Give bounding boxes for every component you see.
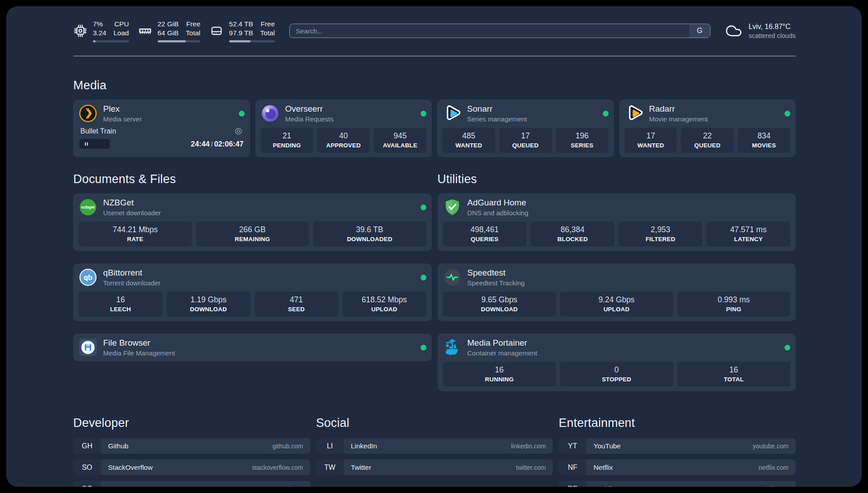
service-description: Series management	[467, 115, 527, 123]
stat-block-queued: 17QUEUED	[499, 128, 552, 153]
service-stats: 744.21 MbpsRATE266 GBREMAINING39.6 TBDOW…	[79, 221, 426, 246]
weather-widget: Lviv, 16.87°C scattered clouds	[725, 22, 796, 40]
search-provider-button[interactable]: G	[689, 25, 710, 38]
media-cards: PlexMedia serverBullet Train24:44/02:06:…	[73, 100, 796, 157]
stat-label: PENDING	[263, 142, 312, 149]
bookmark-linkedin[interactable]: LILinkedInlinkedin.com	[316, 438, 553, 454]
bookmark-main: Redditreddit.com	[586, 481, 796, 487]
service-card-media-portainer[interactable]: Media PortainerContainer management16RUN…	[438, 334, 796, 391]
service-card-head: SpeedtestSpeedtest Tracking	[443, 268, 791, 287]
bookmark-main: Netflixnetflix.com	[586, 460, 796, 475]
stat-label: DOWNLOAD	[445, 306, 555, 313]
stat-label: PING	[679, 306, 789, 313]
bookmark-abbr: LI	[316, 438, 344, 454]
service-card-file-browser[interactable]: File BrowserMedia File Management	[73, 334, 432, 361]
stat-label: STOPPED	[562, 376, 672, 383]
stat-label: RATE	[80, 236, 190, 242]
service-titles: Media PortainerContainer management	[467, 338, 538, 357]
service-description: Movie management	[649, 115, 708, 123]
service-stats: 498,461QUERIES86,384BLOCKED2,953FILTERED…	[443, 221, 791, 246]
stat-label: UPLOAD	[344, 306, 425, 313]
documents-cards: nzbgetNZBGetUsenet downloader744.21 Mbps…	[73, 193, 432, 361]
resource-value: 64 GiB	[158, 29, 179, 38]
stat-block-queries: 498,461QUERIES	[443, 221, 527, 246]
bookmark-github[interactable]: GHGithubgithub.com	[73, 438, 310, 454]
stat-block-download: 9.65 GbpsDOWNLOAD	[443, 292, 556, 317]
stat-value: 22	[683, 131, 732, 141]
service-card-head: OverseerrMedia Requests	[261, 104, 427, 123]
resource-text: 22 GiB64 GiBFreeTotal	[158, 20, 200, 38]
service-card-nzbget[interactable]: nzbgetNZBGetUsenet downloader744.21 Mbps…	[73, 193, 432, 251]
bookmark-youtube[interactable]: YTYouTubeyoutube.com	[559, 438, 796, 454]
stat-block-downloaded: 39.6 TBDOWNLOADED	[313, 221, 426, 246]
weather-condition: scattered clouds	[748, 32, 796, 39]
stat-block-pending: 21PENDING	[261, 128, 313, 153]
stat-value: 40	[319, 131, 368, 141]
bookmark-dev[interactable]: DTDEVdev.to	[73, 481, 310, 487]
group-title-media: Media	[73, 79, 796, 92]
bookmark-url: youtube.com	[753, 443, 789, 450]
resource-memory: 22 GiB64 GiBFreeTotal	[138, 20, 200, 42]
watch-icon[interactable]	[234, 127, 243, 136]
service-card-head: qbqBittorrentTorrent downloader	[79, 268, 426, 287]
stat-label: REMAINING	[198, 236, 308, 242]
system-resources: 7%3.24CPULoad22 GiB64 GiBFreeTotal52.4 T…	[73, 20, 275, 42]
bookmark-abbr: NF	[559, 460, 586, 475]
bookmark-name: LinkedIn	[351, 442, 377, 450]
bookmark-abbr: GH	[73, 438, 101, 454]
service-titles: qBittorrentTorrent downloader	[103, 268, 160, 287]
status-dot	[785, 345, 790, 351]
resource-text: 52.4 TB97.9 TBFreeTotal	[229, 20, 275, 38]
group-documents-files: Documents & Files nzbgetNZBGetUsenet dow…	[73, 157, 432, 391]
bookmark-name: Netflix	[593, 464, 613, 472]
bookmark-url: github.com	[272, 443, 303, 450]
service-card-head: AdGuard HomeDNS and adblocking	[443, 198, 791, 217]
status-dot	[785, 111, 790, 117]
group-title-developer: Developer	[73, 416, 310, 430]
resource-value: 97.9 TB	[229, 29, 253, 38]
service-card-qbittorrent[interactable]: qbqBittorrentTorrent downloader16LEECH1.…	[73, 263, 432, 321]
nzbget-icon: nzbget	[79, 198, 97, 217]
bookmark-netflix[interactable]: NFNetflixnetflix.com	[559, 460, 796, 475]
service-card-sonarr[interactable]: SonarrSeries management485WANTED17QUEUED…	[437, 100, 614, 157]
service-description: Torrent downloader	[103, 279, 160, 287]
stat-block-rate: 744.21 MbpsRATE	[79, 221, 192, 246]
now-playing-time: 24:44/02:06:47	[191, 140, 243, 148]
stat-label: FILTERED	[620, 236, 701, 242]
stat-value: 16	[445, 365, 555, 375]
weather-text: Lviv, 16.87°C scattered clouds	[748, 23, 796, 39]
bookmark-name: StackOverflow	[108, 464, 153, 472]
stat-value: 196	[558, 131, 607, 141]
pause-button[interactable]	[79, 139, 110, 149]
status-dot	[421, 111, 426, 117]
bookmark-twitter[interactable]: TWTwittertwitter.com	[316, 460, 553, 475]
service-titles: NZBGetUsenet downloader	[103, 198, 161, 217]
filebrowser-icon	[79, 338, 97, 357]
resource-values: 52.4 TB97.9 TB	[229, 20, 253, 38]
service-description: Media File Management	[103, 349, 175, 357]
service-card-speedtest[interactable]: SpeedtestSpeedtest Tracking9.65 GbpsDOWN…	[438, 263, 796, 321]
service-name: AdGuard Home	[467, 198, 529, 208]
service-titles: SonarrSeries management	[467, 104, 527, 123]
service-card-radarr[interactable]: RadarrMovie management17WANTED22QUEUED83…	[619, 100, 796, 157]
bookmark-main: YouTubeyoutube.com	[586, 438, 796, 454]
service-card-head: File BrowserMedia File Management	[79, 338, 426, 357]
total-time: 02:06:47	[214, 140, 243, 148]
service-card-adguard-home[interactable]: AdGuard HomeDNS and adblocking498,461QUE…	[438, 193, 796, 251]
resource-value: 52.4 TB	[229, 20, 253, 29]
stat-value: 498,461	[445, 225, 525, 234]
service-titles: AdGuard HomeDNS and adblocking	[467, 198, 529, 217]
stat-label: DOWNLOADED	[315, 236, 425, 242]
service-card-plex[interactable]: PlexMedia serverBullet Train24:44/02:06:…	[73, 100, 250, 157]
bookmark-reddit[interactable]: RERedditreddit.com	[559, 481, 796, 487]
service-stats: 17WANTED22QUEUED834MOVIES	[625, 128, 791, 153]
group-title-utilities: Utilities	[438, 172, 796, 186]
stat-value: 266 GB	[198, 225, 308, 234]
search-input[interactable]	[289, 24, 711, 38]
bookmark-stackoverflow[interactable]: SOStackOverflowstackoverflow.com	[73, 460, 310, 475]
stat-value: 39.6 TB	[315, 225, 425, 234]
status-dot	[239, 111, 245, 117]
overseerr-icon	[261, 104, 280, 123]
service-card-overseerr[interactable]: OverseerrMedia Requests21PENDING40APPROV…	[255, 100, 432, 157]
bookmark-main: Twittertwitter.com	[344, 460, 553, 475]
